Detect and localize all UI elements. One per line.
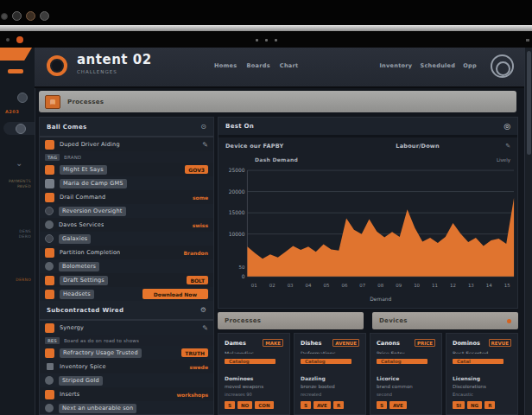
- orange-item-icon: [45, 193, 54, 202]
- row-badge: workshops: [177, 392, 208, 398]
- nav-item-boards[interactable]: Boards: [246, 62, 269, 69]
- rail-item-row[interactable]: [3, 122, 35, 135]
- user-avatar[interactable]: [491, 54, 514, 78]
- nav-item-homes[interactable]: Homes: [214, 62, 237, 69]
- scrollbar-thumb[interactable]: [527, 51, 531, 155]
- gear-icon[interactable]: ⚙: [200, 306, 206, 314]
- svg-text:11: 11: [432, 283, 438, 288]
- pencil-icon[interactable]: ✎: [202, 324, 208, 332]
- row-badge[interactable]: Download Now: [142, 289, 208, 299]
- list-item[interactable]: Inventory Spiceswede: [40, 360, 213, 374]
- stat-card[interactable]: CanonsPRICEPrice EntryCatalogLicoricebra…: [370, 333, 442, 415]
- svg-text:05: 05: [324, 283, 330, 288]
- search-bar[interactable]: ▤ Processes: [39, 91, 516, 112]
- row-badge[interactable]: TRUTH: [181, 348, 208, 357]
- circle-icon[interactable]: ⊙: [200, 123, 206, 131]
- tab-devices[interactable]: Devices: [372, 312, 518, 329]
- card-action-button[interactable]: Catal: [453, 359, 504, 364]
- edit-icon[interactable]: ✎: [505, 143, 510, 150]
- tag-row: TAGBRAND: [40, 151, 213, 163]
- list-item[interactable]: Bolometers: [40, 259, 213, 273]
- tab-favicon-icon[interactable]: [40, 11, 49, 21]
- tab-favicon-icon[interactable]: [1, 13, 8, 20]
- nav-item-scheduled[interactable]: Scheduled: [420, 62, 455, 69]
- card-action-button[interactable]: Catalog: [225, 359, 276, 364]
- card-chip-button[interactable]: S: [225, 401, 235, 409]
- card-chip-button[interactable]: AVE: [314, 401, 331, 409]
- bottom-tabs: Processes Devices: [218, 312, 518, 329]
- list-item-label: Striped Gold: [59, 376, 103, 386]
- chevron-down-icon[interactable]: ⌄: [16, 158, 22, 168]
- list-item[interactable]: Next an unbearable son: [40, 401, 213, 415]
- chart-title: Dash Demand: [255, 156, 298, 163]
- app-logo-icon: [47, 55, 67, 76]
- search-input[interactable]: Processes: [67, 99, 104, 105]
- nav-item-inventory[interactable]: Inventory: [379, 62, 412, 69]
- card-chip-button[interactable]: NO: [238, 401, 252, 409]
- tab-processes[interactable]: Processes: [218, 312, 364, 329]
- pencil-icon[interactable]: ✎: [202, 141, 208, 149]
- card-top: DominosREVUE: [453, 339, 511, 347]
- card-chip-button[interactable]: CON: [255, 401, 273, 409]
- list-item[interactable]: Galaxies: [40, 232, 213, 246]
- card-top: DamesMAKE: [225, 339, 283, 347]
- list-item[interactable]: Synergy✎: [40, 321, 213, 335]
- orange-item-icon: [45, 140, 54, 150]
- rail-menu-icon[interactable]: [8, 69, 23, 73]
- nav-item-chart[interactable]: Chart: [280, 62, 299, 69]
- tab-favicon-icon[interactable]: [12, 11, 22, 21]
- scrollbar[interactable]: [524, 48, 532, 415]
- card-info: Licoricebrand commonsecond: [377, 375, 435, 397]
- list-item[interactable]: Duped Driver Aiding✎: [40, 137, 213, 151]
- rail-active-item[interactable]: [0, 48, 32, 61]
- list-item[interactable]: Draft SettingsBOLT: [40, 273, 213, 287]
- card-badge: MAKE: [263, 339, 283, 347]
- chart-sublabel-right[interactable]: Labour/Down: [396, 143, 440, 150]
- list-item[interactable]: Striped Gold: [40, 374, 213, 387]
- chart-sublabel-left[interactable]: Device our FAPBY: [225, 143, 283, 150]
- list-item[interactable]: Drail Commandsome: [40, 190, 213, 204]
- svg-text:06: 06: [341, 283, 347, 288]
- card-chip-button[interactable]: R: [333, 401, 344, 409]
- list-item[interactable]: Might Et SaysGOV3: [40, 163, 213, 176]
- tab-favicon-icon[interactable]: [26, 11, 35, 21]
- stat-card[interactable]: DominosREVUEBest EscortedCatalLicensingD…: [446, 333, 518, 415]
- card-chip-button[interactable]: NG: [467, 401, 482, 409]
- menu-icon[interactable]: [526, 39, 529, 42]
- card-chip-button[interactable]: AVE: [390, 401, 407, 409]
- stat-card[interactable]: DishesAVENUEDeformationsCatalogDazzlingb…: [294, 333, 366, 415]
- rail-note: DERNO: [16, 278, 31, 283]
- target-icon[interactable]: ◎: [504, 122, 510, 131]
- url-text[interactable]: [256, 39, 277, 42]
- back-icon[interactable]: [6, 38, 10, 42]
- row-badge[interactable]: GOV3: [185, 165, 208, 174]
- list-item[interactable]: Davos Servicesswiss: [40, 218, 213, 232]
- list-item[interactable]: Refractory Usage TrustedTRUTH: [40, 346, 213, 360]
- card-action-button[interactable]: Catalog: [301, 359, 352, 364]
- card-chip-button[interactable]: SI: [453, 401, 465, 409]
- grayCircle-item-icon: [45, 404, 54, 412]
- svg-text:20000: 20000: [229, 188, 245, 195]
- chart-title-row: Dash Demand Lively: [218, 154, 517, 165]
- list-item-label: Inventory Spice: [60, 363, 106, 370]
- list-item[interactable]: HeadsetsDownload Now: [40, 287, 213, 301]
- card-chip-button[interactable]: S: [377, 401, 387, 409]
- card-chip-button[interactable]: S: [301, 401, 311, 409]
- list-item[interactable]: Insertsworkshops: [40, 387, 213, 401]
- right-area: Best On ◎ Device our FAPBY Labour/Down ✎…: [218, 117, 518, 415]
- card-action-button[interactable]: Catalog: [377, 359, 428, 364]
- card-info-line: Licorice: [377, 375, 435, 381]
- list-item[interactable]: Partition CompletionBrandon: [40, 246, 213, 259]
- stat-card[interactable]: DamesMAKEMelanodiesCatalogDominoesmoved …: [218, 333, 290, 415]
- list-item[interactable]: Reversion Oversight: [40, 204, 213, 218]
- nav-item-opp[interactable]: Opp: [463, 62, 477, 69]
- svg-text:12: 12: [450, 283, 456, 288]
- orange-item-icon: [45, 290, 54, 299]
- orange-item-icon: [45, 390, 54, 399]
- list-item[interactable]: Maria de Camp GMS: [40, 176, 213, 190]
- row-badge[interactable]: BOLT: [187, 276, 208, 284]
- svg-text:25000: 25000: [229, 167, 245, 173]
- card-chip-button[interactable]: R: [484, 401, 495, 409]
- rail-circle-icon[interactable]: [17, 93, 28, 103]
- card-chip-row: SAVE: [377, 401, 435, 409]
